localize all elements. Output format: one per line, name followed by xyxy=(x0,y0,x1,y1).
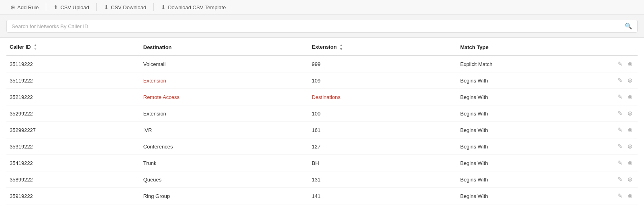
cell-actions: ✎⊗ xyxy=(609,105,638,122)
cell-actions: ✎⊗ xyxy=(609,155,638,171)
edit-button[interactable]: ✎ xyxy=(616,175,624,184)
delete-button[interactable]: ⊗ xyxy=(626,159,634,167)
cell-caller-id: 35899222 xyxy=(6,171,140,188)
download-template-icon: ⬇ xyxy=(161,4,166,10)
delete-button[interactable]: ⊗ xyxy=(626,109,634,118)
search-icon: 🔍 xyxy=(625,23,632,30)
cell-extension: 127 xyxy=(308,138,457,155)
delete-button[interactable]: ⊗ xyxy=(626,126,634,134)
csv-download-button[interactable]: ⬇ CSV Download xyxy=(100,2,150,12)
table-row: 352992227IVR161Begins With✎⊗ xyxy=(6,122,638,138)
add-icon: ⊕ xyxy=(10,4,15,10)
cell-actions: ✎⊗ xyxy=(609,72,638,89)
table-header: Caller ID ▲▼ Destination Extension ▲▼ Ma… xyxy=(6,38,638,56)
delete-button[interactable]: ⊗ xyxy=(626,76,634,85)
edit-button[interactable]: ✎ xyxy=(616,76,624,85)
cell-destination: Queues xyxy=(140,171,309,188)
delete-button[interactable]: ⊗ xyxy=(626,142,634,151)
cell-destination: Extension xyxy=(140,105,309,122)
edit-button[interactable]: ✎ xyxy=(616,60,624,68)
cell-match-type: Begins With xyxy=(457,122,609,138)
cell-match-type: Begins With xyxy=(457,204,609,206)
cell-caller-id: 35219222 xyxy=(6,89,140,105)
upload-icon: ⬆ xyxy=(53,4,58,10)
col-destination: Destination xyxy=(140,38,309,56)
cell-actions: ✎⊗ xyxy=(609,122,638,138)
cell-match-type: Begins With xyxy=(457,171,609,188)
download-csv-template-label: Download CSV Template xyxy=(168,4,226,10)
table-row: 35899222Queues131Begins With✎⊗ xyxy=(6,171,638,188)
table-row: 35319222Conferences127Begins With✎⊗ xyxy=(6,138,638,155)
table-body: 35119222Voicemail999Explicit Match✎⊗3511… xyxy=(6,56,638,206)
edit-button[interactable]: ✎ xyxy=(616,109,624,118)
cell-caller-id: 35119222 xyxy=(6,56,140,72)
delete-button[interactable]: ⊗ xyxy=(626,175,634,184)
cell-match-type: Begins With xyxy=(457,105,609,122)
download-icon: ⬇ xyxy=(104,4,109,10)
edit-button[interactable]: ✎ xyxy=(616,126,624,134)
col-caller-id[interactable]: Caller ID ▲▼ xyxy=(6,38,140,56)
cell-match-type: Begins With xyxy=(457,138,609,155)
cell-match-type: Begins With xyxy=(457,155,609,171)
table-row: 359192223Fax to E-mail109Begins With✎⊗ xyxy=(6,204,638,206)
col-extension[interactable]: Extension ▲▼ xyxy=(308,38,457,56)
cell-actions: ✎⊗ xyxy=(609,188,638,204)
cell-destination[interactable]: Extension xyxy=(140,72,309,89)
cell-destination: IVR xyxy=(140,122,309,138)
edit-button[interactable]: ✎ xyxy=(616,93,624,101)
cell-extension[interactable]: Destinations xyxy=(308,89,457,105)
cell-destination: Trunk xyxy=(140,155,309,171)
edit-button[interactable]: ✎ xyxy=(616,159,624,167)
table-row: 35119222Voicemail999Explicit Match✎⊗ xyxy=(6,56,638,72)
csv-upload-button[interactable]: ⬆ CSV Upload xyxy=(49,2,93,12)
add-rule-label: Add Rule xyxy=(17,4,39,10)
table-row: 35299222Extension100Begins With✎⊗ xyxy=(6,105,638,122)
table-row: 35419222TrunkBHBegins With✎⊗ xyxy=(6,155,638,171)
csv-upload-label: CSV Upload xyxy=(60,4,89,10)
cell-actions: ✎⊗ xyxy=(609,56,638,72)
cell-match-type: Begins With xyxy=(457,72,609,89)
cell-actions: ✎⊗ xyxy=(609,171,638,188)
cell-caller-id: 359192223 xyxy=(6,204,140,206)
col-match-type: Match Type xyxy=(457,38,609,56)
separator-1 xyxy=(46,3,46,11)
delete-button[interactable]: ⊗ xyxy=(626,93,634,101)
sort-caller-id-icon: ▲▼ xyxy=(33,43,37,51)
table-row: 35119222Extension109Begins With✎⊗ xyxy=(6,72,638,89)
edit-button[interactable]: ✎ xyxy=(616,192,624,200)
csv-download-label: CSV Download xyxy=(111,4,146,10)
cell-caller-id: 35919222 xyxy=(6,188,140,204)
cell-actions: ✎⊗ xyxy=(609,138,638,155)
cell-destination: Ring Group xyxy=(140,188,309,204)
cell-extension: 141 xyxy=(308,188,457,204)
table-container: Caller ID ▲▼ Destination Extension ▲▼ Ma… xyxy=(0,38,644,206)
cell-caller-id: 35419222 xyxy=(6,155,140,171)
cell-match-type: Begins With xyxy=(457,188,609,204)
cell-actions: ✎⊗ xyxy=(609,204,638,206)
cell-extension: 109 xyxy=(308,72,457,89)
delete-button[interactable]: ⊗ xyxy=(626,60,634,68)
download-csv-template-button[interactable]: ⬇ Download CSV Template xyxy=(157,2,230,12)
separator-2 xyxy=(96,3,97,11)
cell-extension: 131 xyxy=(308,171,457,188)
search-input[interactable] xyxy=(12,23,625,29)
separator-3 xyxy=(153,3,154,11)
cell-extension: 109 xyxy=(308,204,457,206)
cell-extension: 161 xyxy=(308,122,457,138)
toolbar: ⊕ Add Rule ⬆ CSV Upload ⬇ CSV Download ⬇… xyxy=(0,0,644,15)
cell-actions: ✎⊗ xyxy=(609,89,638,105)
cell-caller-id: 35119222 xyxy=(6,72,140,89)
cell-destination: Conferences xyxy=(140,138,309,155)
cell-match-type: Explicit Match xyxy=(457,56,609,72)
cell-caller-id: 35319222 xyxy=(6,138,140,155)
cell-extension: BH xyxy=(308,155,457,171)
add-rule-button[interactable]: ⊕ Add Rule xyxy=(6,2,43,12)
edit-button[interactable]: ✎ xyxy=(616,142,624,151)
cell-caller-id: 35299222 xyxy=(6,105,140,122)
col-actions xyxy=(609,38,638,56)
delete-button[interactable]: ⊗ xyxy=(626,192,634,200)
table-row: 35219222Remote AccessDestinationsBegins … xyxy=(6,89,638,105)
search-bar-container: 🔍 xyxy=(0,15,644,38)
cell-destination[interactable]: Remote Access xyxy=(140,89,309,105)
search-bar: 🔍 xyxy=(6,20,638,33)
